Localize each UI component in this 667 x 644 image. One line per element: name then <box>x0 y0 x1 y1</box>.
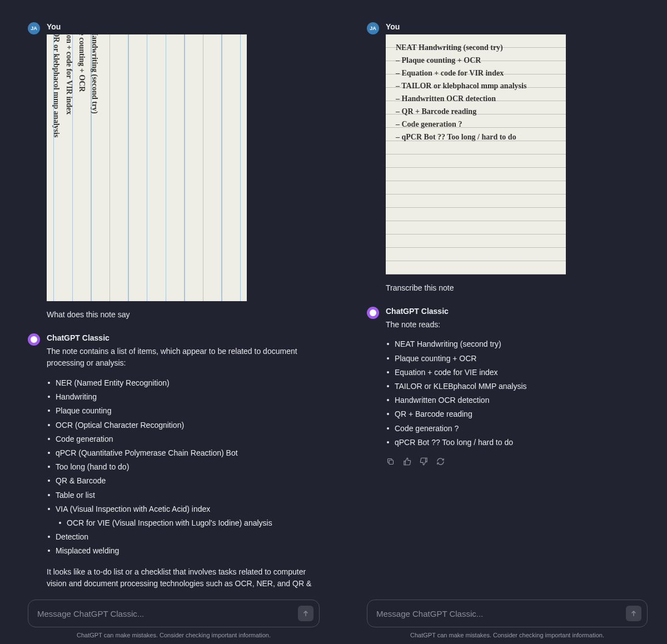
author-label: You <box>47 22 320 31</box>
user-prompt-text: Transcribe this note <box>386 282 648 294</box>
uploaded-image[interactable]: NEAT Handwriting (second try) – Plaque c… <box>386 34 566 274</box>
assistant-intro: The note reads: <box>386 319 648 331</box>
message-input[interactable] <box>376 609 626 618</box>
list-item: qPCR (Quantitative Polymerase Chain Reac… <box>50 446 320 460</box>
bot-avatar <box>28 333 40 346</box>
composer[interactable] <box>28 600 320 627</box>
arrow-up-icon <box>630 610 638 617</box>
list-item: Plaque counting <box>50 404 320 418</box>
conversation: JA You NEAT Handwriting (second try) – P… <box>28 22 320 588</box>
list-item: Code generation ? <box>389 422 648 436</box>
thumbs-down-icon[interactable] <box>419 457 428 466</box>
list-item: Table or list <box>50 488 320 502</box>
list-item: Handwriting <box>50 390 320 404</box>
assistant-message: ChatGPT Classic The note contains a list… <box>28 333 320 588</box>
list-item: qPCR Bot ?? Too long / hard to do <box>389 436 648 450</box>
user-message: JA You NEAT Handwriting (second try) – P… <box>367 22 648 294</box>
composer[interactable] <box>367 600 648 627</box>
copy-icon[interactable] <box>386 457 395 466</box>
assistant-intro: The note contains a list of items, which… <box>47 346 320 370</box>
uploaded-image[interactable]: NEAT Handwriting (second try) – Plaque c… <box>47 34 247 301</box>
handwritten-text: NEAT Handwriting (second try) – Plaque c… <box>47 34 101 246</box>
conversation: JA You NEAT Handwriting (second try) – P… <box>367 22 648 588</box>
disclaimer-text: ChatGPT can make mistakes. Consider chec… <box>367 632 648 638</box>
user-avatar: JA <box>367 22 379 34</box>
disclaimer-text: ChatGPT can make mistakes. Consider chec… <box>28 632 320 638</box>
list-item: Too long (hand to do) <box>50 460 320 474</box>
list-item: Detection <box>50 530 320 544</box>
list-item: Plaque counting + OCR <box>389 352 648 366</box>
list-item: TAILOR or KLEBphacol MMP analysis <box>389 380 648 393</box>
user-prompt-text: What does this note say <box>47 309 320 321</box>
list-item: QR & Barcode <box>50 474 320 488</box>
composer-area: ChatGPT can make mistakes. Consider chec… <box>28 588 320 638</box>
right-panel: JA You NEAT Handwriting (second try) – P… <box>339 0 667 644</box>
list-item: OCR for VIE (Visual Inspection with Lugo… <box>61 516 320 530</box>
list-item: Handwritten OCR detection <box>389 393 648 407</box>
assistant-message: ChatGPT Classic The note reads: NEAT Han… <box>367 307 648 466</box>
list-item: NER (Named Entity Recognition) <box>50 376 320 390</box>
handwritten-text: NEAT Handwriting (second try) – Plaque c… <box>396 41 559 143</box>
composer-area: ChatGPT can make mistakes. Consider chec… <box>367 588 648 638</box>
message-input[interactable] <box>37 609 298 618</box>
regenerate-icon[interactable] <box>436 457 445 466</box>
list-item: Misplaced welding <box>50 544 320 558</box>
svg-rect-1 <box>389 460 394 465</box>
list-item: OCR (Optical Character Recognition) <box>50 418 320 432</box>
user-message: JA You NEAT Handwriting (second try) – P… <box>28 22 320 321</box>
assistant-list: NEAT Handwriting (second try) Plaque cou… <box>386 337 648 450</box>
assistant-outro: It looks like a to-do list or a checklis… <box>47 566 320 589</box>
author-label: ChatGPT Classic <box>386 307 648 316</box>
left-panel: JA You NEAT Handwriting (second try) – P… <box>0 0 339 644</box>
list-item: VIA (Visual Inspection with Acetic Acid)… <box>50 502 320 516</box>
thumbs-up-icon[interactable] <box>402 457 411 466</box>
list-item: Equation + code for VIE index <box>389 366 648 380</box>
list-item: NEAT Handwriting (second try) <box>389 337 648 351</box>
author-label: You <box>386 22 648 31</box>
message-actions <box>386 457 648 466</box>
send-button[interactable] <box>626 606 641 621</box>
list-item: Code generation <box>50 432 320 446</box>
list-item: QR + Barcode reading <box>389 407 648 421</box>
user-avatar: JA <box>28 22 40 34</box>
assistant-list: NER (Named Entity Recognition) Handwriti… <box>47 376 320 558</box>
bot-avatar <box>367 307 379 319</box>
author-label: ChatGPT Classic <box>47 333 320 342</box>
send-button[interactable] <box>298 606 313 621</box>
arrow-up-icon <box>302 610 310 617</box>
